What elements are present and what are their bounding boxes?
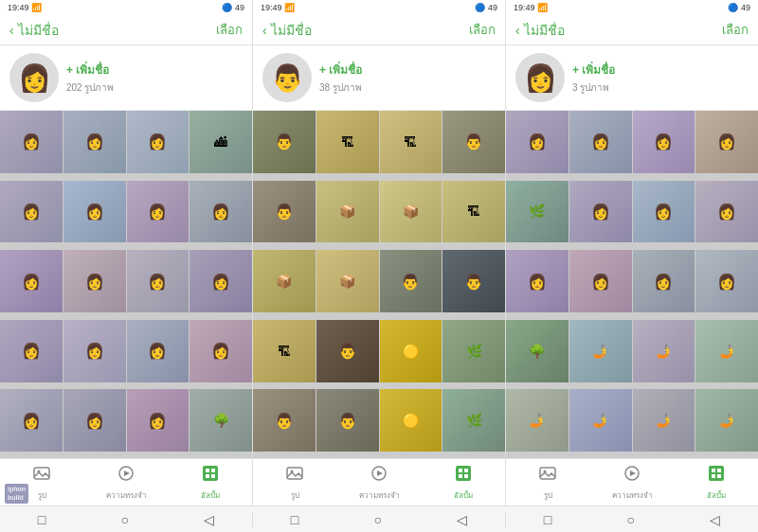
back-button-2[interactable]: ‹ ไม่มีชื่อ xyxy=(262,20,312,41)
photo-cell[interactable]: 👨 xyxy=(380,250,442,312)
photo-cell[interactable]: 👩 xyxy=(127,250,190,312)
photo-cell[interactable]: 👩 xyxy=(127,389,190,452)
photo-cell[interactable]: 👩 xyxy=(127,111,190,173)
select-button-3[interactable]: เลือก xyxy=(722,20,749,40)
photo-cell[interactable]: 👩 xyxy=(190,320,252,382)
photo-cell[interactable]: 🌿 xyxy=(442,389,505,452)
photo-cell[interactable]: 🤳 xyxy=(633,320,695,382)
photo-cell[interactable]: 👩 xyxy=(127,320,190,382)
select-button-1[interactable]: เลือก xyxy=(216,20,243,40)
photo-cell[interactable]: 🏗 xyxy=(442,181,505,243)
nav-item-albums-2[interactable]: อัลบั้ม xyxy=(421,464,505,502)
add-name-label-3[interactable]: + เพิ่มชื่อ xyxy=(572,61,615,79)
photo-cell[interactable]: 👩 xyxy=(0,320,63,382)
photo-cell[interactable]: 🤳 xyxy=(695,320,758,382)
photo-cell[interactable]: 👩 xyxy=(63,111,126,173)
nav-label-memories-2: ความทรงจำ xyxy=(359,489,400,502)
photo-cell[interactable]: 🤳 xyxy=(695,389,758,452)
photo-cell[interactable]: 👩 xyxy=(695,111,758,173)
photo-cell[interactable]: 👩 xyxy=(63,250,126,312)
photo-cell[interactable]: 👨 xyxy=(442,250,505,312)
photo-cell[interactable]: 🏗 xyxy=(316,111,379,173)
photo-cell[interactable]: 🤳 xyxy=(569,320,632,382)
photo-cell[interactable]: 🌿 xyxy=(506,181,568,243)
nav-item-photos-2[interactable]: รูป xyxy=(253,464,337,502)
select-button-2[interactable]: เลือก xyxy=(469,20,496,40)
svg-marker-12 xyxy=(377,470,383,476)
photo-cell[interactable]: 👨 xyxy=(253,111,316,173)
photo-cell[interactable]: 📦 xyxy=(380,181,442,243)
photo-cell[interactable]: 👩 xyxy=(0,250,63,312)
photo-cell[interactable]: 🌿 xyxy=(442,320,505,382)
signal-2: 📶 xyxy=(284,3,295,12)
nav-item-memories-2[interactable]: ความทรงจำ xyxy=(337,464,422,502)
photo-cell[interactable]: 📦 xyxy=(253,250,316,312)
menu-btn-1[interactable]: □ xyxy=(38,512,45,527)
add-name-label-1[interactable]: + เพิ่มชื่อ xyxy=(66,61,114,79)
photo-cell[interactable]: 👩 xyxy=(569,181,632,243)
photo-cell[interactable]: 👩 xyxy=(506,111,568,173)
signal-3: 📶 xyxy=(537,3,548,12)
back-btn-1[interactable]: ◁ xyxy=(204,512,214,527)
back-arrow-icon-2: ‹ xyxy=(262,23,267,38)
photo-cell[interactable]: 🟡 xyxy=(380,320,442,382)
photo-cell[interactable]: 👩 xyxy=(569,250,632,312)
photo-cell[interactable]: 👩 xyxy=(0,389,63,452)
photo-cell[interactable]: 👩 xyxy=(190,181,252,243)
photo-cell[interactable]: 🏗 xyxy=(380,111,442,173)
time-2: 19:49 xyxy=(261,3,282,12)
photo-cell[interactable]: 👨 xyxy=(253,181,316,243)
back-btn-2[interactable]: ◁ xyxy=(457,512,467,527)
signal-1: 📶 xyxy=(31,3,42,12)
photo-cell[interactable]: 🤳 xyxy=(569,389,632,452)
photo-cell[interactable]: 👩 xyxy=(695,250,758,312)
photo-cell[interactable]: 👨 xyxy=(316,320,379,382)
photo-cell[interactable]: 🏙 xyxy=(190,111,252,173)
menu-btn-3[interactable]: □ xyxy=(544,512,551,527)
home-btn-3[interactable]: ○ xyxy=(626,512,634,527)
photo-cell[interactable]: 👩 xyxy=(506,250,568,312)
menu-btn-2[interactable]: □ xyxy=(291,512,298,527)
nav-item-albums-1[interactable]: อัลบั้ม xyxy=(168,464,252,502)
photo-cell[interactable]: 📦 xyxy=(316,181,379,243)
home-btn-1[interactable]: ○ xyxy=(120,512,128,527)
photo-cell[interactable]: 👩 xyxy=(695,181,758,243)
nav-label-albums-3: อัลบั้ม xyxy=(707,489,726,502)
photo-cell[interactable]: 👩 xyxy=(633,250,695,312)
add-name-label-2[interactable]: + เพิ่มชื่อ xyxy=(319,61,362,79)
photo-cell[interactable]: 🟡 xyxy=(380,389,442,452)
photo-cell[interactable]: 👩 xyxy=(190,250,252,312)
photo-cell[interactable]: 🤳 xyxy=(633,389,695,452)
photo-cell[interactable]: 👩 xyxy=(0,111,63,173)
photo-cell[interactable]: 👨 xyxy=(316,389,379,452)
photo-cell[interactable]: 🤳 xyxy=(506,389,568,452)
photo-cell[interactable]: 👨 xyxy=(253,389,316,452)
nav-item-photos-3[interactable]: รูป xyxy=(506,464,590,502)
photo-cell[interactable]: 👩 xyxy=(0,181,63,243)
nav-item-memories-3[interactable]: ความทรงจำ xyxy=(590,464,675,502)
bt-2: 🔵 xyxy=(475,3,485,12)
photo-cell[interactable]: 👩 xyxy=(63,320,126,382)
back-button-3[interactable]: ‹ ไม่มีชื่อ xyxy=(515,20,565,41)
avatar-face-3: 👩 xyxy=(515,53,565,102)
back-btn-3[interactable]: ◁ xyxy=(710,512,720,527)
nav-item-albums-3[interactable]: อัลบั้ม xyxy=(674,464,758,502)
photo-cell[interactable]: 🌳 xyxy=(506,320,568,382)
home-btn-2[interactable]: ○ xyxy=(373,512,381,527)
photo-cell[interactable]: 👩 xyxy=(633,181,695,243)
photo-cell[interactable]: 📦 xyxy=(316,250,379,312)
nav-item-memories-1[interactable]: ความทรงจำ xyxy=(84,464,169,502)
avatar-face-2: 👨 xyxy=(262,53,312,102)
photo-cell[interactable]: 🏗 xyxy=(253,320,316,382)
photo-cell[interactable]: 👩 xyxy=(569,111,632,173)
photo-cell[interactable]: 👩 xyxy=(633,111,695,173)
nav-title-2: ไม่มีชื่อ xyxy=(271,20,312,41)
svg-rect-13 xyxy=(456,466,471,481)
photo-cell[interactable]: 🌳 xyxy=(190,389,252,452)
photo-cell[interactable]: 👩 xyxy=(63,389,126,452)
photo-cell[interactable]: 👩 xyxy=(127,181,190,243)
photo-cell[interactable]: 👩 xyxy=(63,181,126,243)
back-button-1[interactable]: ‹ ไม่มีชื่อ xyxy=(9,20,59,41)
panel-1: 19:49 📶 🔵 49 ‹ ไม่มีชื่อ เลือก 👩 + เพิ่ม… xyxy=(0,0,253,505)
photo-cell[interactable]: 👨 xyxy=(442,111,505,173)
